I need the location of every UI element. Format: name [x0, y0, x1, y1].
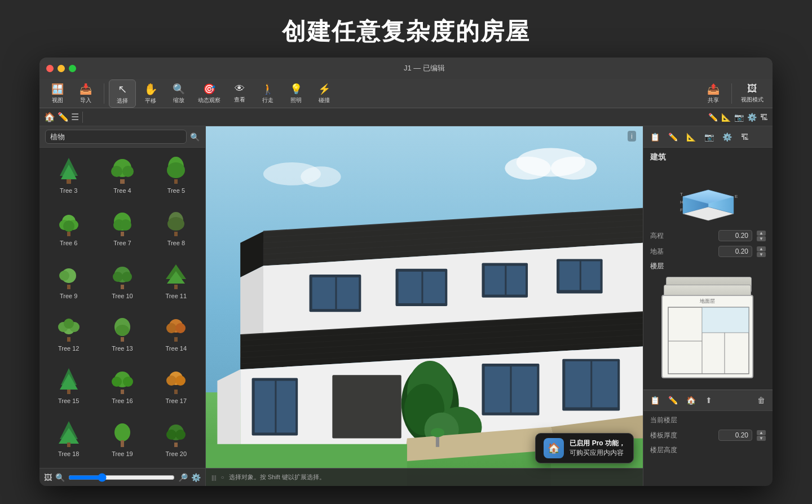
svg-rect-39 — [121, 337, 124, 342]
right-tb-btn-1[interactable]: 📋 — [647, 129, 663, 145]
tree-item-9[interactable]: Tree 9 — [42, 255, 95, 308]
pencil-sub-icon[interactable]: ✏️ — [708, 113, 718, 122]
floor-edit-btn[interactable]: ✏️ — [665, 392, 681, 408]
zoom-out-icon[interactable]: 🔍 — [55, 473, 65, 482]
svg-point-13 — [63, 220, 74, 232]
tree-item-18[interactable]: Tree 18 — [42, 413, 95, 466]
tree-item-11[interactable]: Tree 11 — [149, 255, 203, 308]
base-input[interactable] — [718, 246, 752, 257]
view-mode-button[interactable]: 🖼 视图模式 — [736, 81, 768, 106]
pro-badge[interactable]: 🏠 已启用 Pro 功能， 可购买应用内内容 — [535, 433, 634, 463]
maximize-button[interactable] — [69, 65, 76, 72]
share-button[interactable]: 📤 共享 — [700, 81, 727, 107]
floor-plan-active[interactable]: 地面层 — [661, 295, 753, 378]
tree-item-7[interactable]: Tree 7 — [95, 202, 149, 255]
tree-item-3[interactable]: Tree 3 — [42, 150, 95, 202]
tree-item-13[interactable]: Tree 13 — [95, 308, 149, 360]
right-tb-btn-3[interactable]: 📐 — [683, 129, 699, 145]
list-icon[interactable]: ☰ — [71, 112, 79, 122]
elevation-stepper: ▲ ▼ — [757, 231, 766, 241]
tree-item-16[interactable]: Tree 16 — [95, 360, 149, 413]
slab-input[interactable] — [718, 430, 752, 441]
elevation-up[interactable]: ▲ — [757, 231, 766, 236]
tree-9-icon — [53, 260, 85, 291]
current-floor-label: 当前楼层 — [650, 415, 766, 425]
collision-tool[interactable]: ⚡ 碰撞 — [311, 81, 338, 107]
minimize-button[interactable] — [58, 65, 65, 72]
svg-point-38 — [116, 325, 129, 336]
category-select[interactable]: 植物 — [45, 130, 187, 144]
tree-item-15[interactable]: Tree 15 — [42, 360, 95, 413]
tree-item-12[interactable]: Tree 12 — [42, 308, 95, 360]
base-up[interactable]: ▲ — [757, 246, 766, 251]
bottom-props: 当前楼层 楼板厚度 ▲ ▼ 楼层高度 — [643, 411, 773, 459]
view-button[interactable]: 🪟 视图 — [44, 81, 71, 107]
floor-delete-btn[interactable]: 🗑 — [753, 392, 769, 408]
pan-tool[interactable]: ✋ 平移 — [137, 80, 164, 107]
svg-rect-82 — [312, 277, 336, 309]
slab-up[interactable]: ▲ — [757, 430, 766, 435]
right-tb-btn-2[interactable]: ✏️ — [665, 129, 681, 145]
toolbar-sep-2 — [731, 83, 732, 104]
tree-6-icon — [53, 207, 85, 238]
zoom-slider[interactable] — [68, 473, 175, 482]
svg-point-27 — [122, 272, 132, 282]
search-icon[interactable]: 🔍 — [190, 132, 200, 142]
tree-item-20[interactable]: Tree 20 — [149, 413, 203, 466]
svg-rect-111 — [565, 361, 590, 408]
tree-item-4[interactable]: Tree 4 — [95, 150, 149, 202]
floor-up-btn[interactable]: ⬆ — [701, 392, 717, 408]
base-down[interactable]: ▼ — [757, 252, 766, 257]
tree-13-label: Tree 13 — [112, 345, 133, 352]
right-tb-icon-2: ✏️ — [668, 132, 678, 142]
floor-home-btn[interactable]: 🏠 — [683, 392, 699, 408]
tree-item-8[interactable]: Tree 8 — [149, 202, 203, 255]
view-mode-icon: 👁 — [235, 83, 245, 95]
tree-4-label: Tree 4 — [113, 187, 131, 194]
right-tb-btn-5[interactable]: ⚙️ — [719, 129, 735, 145]
svg-point-61 — [166, 430, 176, 440]
floor-height-label: 楼层高度 — [650, 445, 766, 455]
tree-item-5[interactable]: Tree 5 — [149, 150, 203, 202]
lighting-tool[interactable]: 💡 照明 — [283, 81, 310, 107]
tree-item-17[interactable]: Tree 17 — [149, 360, 203, 413]
tree-20-icon — [160, 418, 192, 449]
svg-point-35 — [64, 319, 74, 329]
import-button[interactable]: 📥 导入 — [72, 81, 99, 107]
pencil-icon[interactable]: ✏️ — [58, 112, 69, 122]
tree-item-10[interactable]: Tree 10 — [95, 255, 149, 308]
home-icon[interactable]: 🏠 — [44, 112, 55, 122]
left-sidebar: 植物 🔍 Tree 3 — [39, 126, 206, 486]
svg-point-42 — [175, 323, 186, 333]
right-tb-btn-6[interactable]: 🏗 — [737, 129, 753, 145]
walk-tool[interactable]: 🚶 行走 — [254, 81, 281, 107]
measure-icon[interactable]: 📐 — [721, 113, 731, 122]
slab-down[interactable]: ▼ — [757, 436, 766, 441]
select-tool[interactable]: ↖ 选择 — [109, 79, 136, 108]
tree-grid: Tree 3 Tree 4 — [39, 148, 205, 468]
svg-rect-108 — [485, 366, 510, 413]
view-tool[interactable]: 👁 查看 — [226, 81, 253, 106]
tree-3-label: Tree 3 — [60, 187, 77, 194]
zoom-tool[interactable]: 🔍 缩放 — [165, 81, 192, 107]
right-tb-btn-4[interactable]: 📷 — [701, 129, 717, 145]
settings-icon[interactable]: ⚙️ — [747, 113, 757, 122]
build-icon[interactable]: 🏗 — [760, 113, 768, 122]
elevation-input[interactable] — [718, 230, 752, 241]
tree-item-14[interactable]: Tree 14 — [149, 308, 203, 360]
orbit-tool[interactable]: 🎯 动态观察 — [193, 81, 225, 107]
floor-add-btn[interactable]: 📋 — [647, 392, 663, 408]
viewport[interactable]: i ||| ○ 选择对象。按 Shift 键以扩展选择。 🏠 已启用 Pro 功… — [206, 126, 643, 486]
tree-item-19[interactable]: Tree 19 — [95, 413, 149, 466]
floor-plans: 地面层 — [649, 275, 767, 387]
image-icon[interactable]: 🖼 — [44, 473, 52, 482]
viewport-status-bar: ||| ○ 选择对象。按 Shift 键以扩展选择。 — [206, 468, 643, 486]
zoom-in-icon[interactable]: 🔎 — [178, 473, 188, 482]
close-button[interactable] — [46, 65, 54, 72]
tree-17-icon — [160, 365, 192, 396]
tree-item-6[interactable]: Tree 6 — [42, 202, 95, 255]
camera-icon[interactable]: 📷 — [734, 113, 744, 122]
tree-14-icon — [160, 312, 192, 344]
elevation-down[interactable]: ▼ — [757, 236, 766, 241]
config-icon[interactable]: ⚙️ — [191, 473, 201, 482]
